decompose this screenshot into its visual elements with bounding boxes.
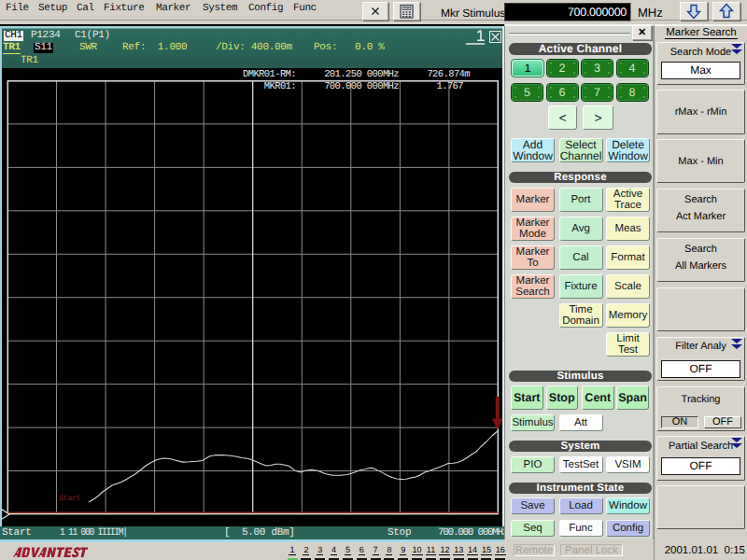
svg-text:201.250 000MHz: 201.250 000MHz — [324, 69, 399, 80]
svg-text:1.767: 1.767 — [436, 81, 463, 92]
svg-text:DMKR01-RM:: DMKR01-RM: — [243, 69, 296, 80]
svg-text:Start: Start — [59, 494, 80, 503]
svg-text:726.874m: 726.874m — [427, 69, 470, 80]
svg-text:700.000 000MHz: 700.000 000MHz — [324, 81, 399, 92]
svg-text:MKR01:: MKR01: — [264, 81, 296, 92]
